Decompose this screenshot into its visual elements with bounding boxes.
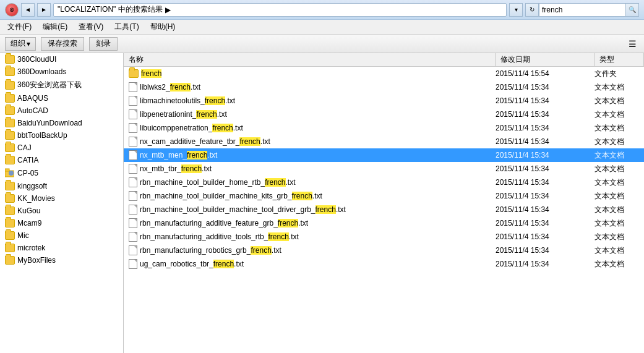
menu-help[interactable]: 帮助(H)	[145, 20, 181, 33]
file-row[interactable]: rbn_manufacturing_robotics_grb_french.tx…	[124, 244, 644, 257]
search-button[interactable]: 🔍	[625, 3, 639, 17]
nav-forward-button[interactable]: ►	[37, 3, 51, 17]
search-input[interactable]	[539, 3, 625, 17]
file-type: 文本文档	[595, 82, 644, 93]
file-type: 文本文档	[595, 205, 644, 215]
file-list: french2015/11/4 15:54文件夹liblwks2_french.…	[124, 67, 644, 353]
refresh-button[interactable]: ↻	[525, 3, 539, 17]
menu-edit[interactable]: 编辑(E)	[38, 20, 72, 33]
file-row[interactable]: ug_cam_robotics_tbr_french.txt2015/11/4 …	[124, 257, 644, 271]
sidebar-item-label: BaiduYunDownload	[17, 119, 82, 127]
txt-file-icon	[129, 164, 137, 174]
special-folder-icon	[5, 168, 15, 178]
sidebar-item[interactable]: BaiduYunDownload	[0, 117, 123, 129]
file-row[interactable]: rbn_manufacturing_additive_tools_rtb_fre…	[124, 230, 644, 244]
breadcrumb-arrow: ▶	[165, 6, 171, 14]
file-row[interactable]: liblwks2_french.txt2015/11/4 15:34文本文档	[124, 80, 644, 94]
sidebar-item[interactable]: MyBoxFiles	[0, 254, 123, 266]
file-type: 文本文档	[595, 245, 644, 256]
menu-bar: 文件(F) 编辑(E) 查看(V) 工具(T) 帮助(H)	[0, 20, 644, 35]
file-date: 2015/11/4 15:34	[496, 205, 595, 214]
menu-view[interactable]: 查看(V)	[74, 20, 108, 33]
dropdown-button[interactable]: ▾	[509, 3, 523, 17]
sidebar-item[interactable]: KK_Movies	[0, 192, 123, 205]
file-row[interactable]: rbn_machine_tool_builder_machine_tool_dr…	[124, 203, 644, 216]
txt-file-icon	[129, 109, 137, 119]
highlight-text: french	[196, 110, 217, 119]
organize-label: 组织	[11, 38, 25, 49]
file-row[interactable]: nx_cam_additive_feature_tbr_french.txt20…	[124, 135, 644, 148]
file-date: 2015/11/4 15:34	[496, 96, 595, 105]
title-bar-left: ⊗ ◄ ► "LOCALIZATION" 中的搜索结果 ▶ ▾ ↻	[5, 3, 539, 17]
window-control-button[interactable]: ⊗	[5, 3, 19, 17]
file-row[interactable]: libpenetrationint_french.txt2015/11/4 15…	[124, 108, 644, 121]
svg-point-2	[9, 171, 14, 176]
file-type: 文本文档	[595, 109, 644, 120]
file-row[interactable]: libmachinetoolutils_french.txt2015/11/4 …	[124, 94, 644, 108]
file-date: 2015/11/4 15:34	[496, 178, 595, 187]
sidebar-item-label: microtek	[17, 244, 45, 252]
highlight-text: french	[181, 164, 202, 173]
file-type: 文本文档	[595, 137, 644, 147]
txt-file-icon	[129, 218, 137, 228]
highlight-text: french	[268, 232, 288, 241]
sidebar-item[interactable]: Mcam9	[0, 217, 123, 229]
col-header-type[interactable]: 类型	[595, 53, 644, 66]
organize-button[interactable]: 组织 ▾	[5, 37, 36, 51]
file-type: 文本文档	[595, 150, 644, 161]
file-type: 文本文档	[595, 164, 644, 174]
file-name: libmachinetoolutils_french.txt	[140, 96, 496, 105]
sidebar-item[interactable]: KuGou	[0, 205, 123, 217]
svg-rect-1	[5, 169, 9, 171]
file-name: rbn_manufacturing_additive_tools_rtb_fre…	[140, 232, 496, 241]
breadcrumb: "LOCALIZATION" 中的搜索结果 ▶	[53, 3, 507, 17]
file-name: rbn_machine_tool_builder_machine_kits_gr…	[140, 192, 496, 200]
sidebar-item-label: 360CloudUI	[17, 55, 56, 64]
folder-icon	[5, 119, 15, 127]
sidebar-item[interactable]: ABAQUS	[0, 92, 123, 104]
menu-tools[interactable]: 工具(T)	[109, 20, 144, 33]
views-button[interactable]: ☰	[625, 37, 639, 51]
file-row[interactable]: french2015/11/4 15:54文件夹	[124, 67, 644, 80]
file-type: 文本文档	[595, 191, 644, 202]
file-pane: 名称 修改日期 类型 french2015/11/4 15:54文件夹liblw…	[124, 53, 644, 353]
folder-icon	[5, 182, 15, 190]
sidebar-item-label: MyBoxFiles	[17, 256, 56, 265]
burn-button[interactable]: 刻录	[89, 37, 118, 51]
txt-file-icon	[129, 177, 137, 187]
file-row[interactable]: rbn_machine_tool_builder_home_rtb_french…	[124, 176, 644, 189]
sidebar-item-label: CATIA	[17, 156, 38, 164]
txt-file-icon	[129, 123, 137, 133]
col-header-name[interactable]: 名称	[124, 53, 496, 66]
save-search-button[interactable]: 保存搜索	[41, 37, 84, 51]
file-row[interactable]: rbn_machine_tool_builder_machine_kits_gr…	[124, 189, 644, 203]
folder-icon	[5, 194, 15, 203]
sidebar-item[interactable]: 360CloudUI	[0, 53, 123, 66]
col-header-date[interactable]: 修改日期	[496, 53, 595, 66]
file-type: 文本文档	[595, 232, 644, 242]
sidebar-item[interactable]: 360安全浏览器下载	[0, 78, 123, 92]
organize-chevron: ▾	[27, 40, 30, 48]
menu-file[interactable]: 文件(F)	[2, 20, 36, 33]
sidebar-item-label: 360安全浏览器下载	[17, 80, 82, 90]
file-row[interactable]: nx_mtb_men_french.txt2015/11/4 15:34文本文档	[124, 148, 644, 162]
file-name: french	[141, 69, 496, 78]
sidebar-item[interactable]: CP-05	[0, 166, 123, 180]
file-row[interactable]: nx_mtb_tbr_french.txt2015/11/4 15:34文本文档	[124, 162, 644, 176]
file-type: 文本文档	[595, 96, 644, 106]
sidebar-item[interactable]: 360Downloads	[0, 66, 123, 78]
highlight-text: french	[212, 124, 233, 132]
sidebar-item[interactable]: bbtToolBackUp	[0, 129, 123, 142]
sidebar-item[interactable]: CAJ	[0, 142, 123, 154]
file-name: rbn_manufacturing_additive_feature_grb_f…	[140, 219, 496, 228]
sidebar-item[interactable]: CATIA	[0, 154, 123, 166]
file-row[interactable]: libuicomppenetration_french.txt2015/11/4…	[124, 121, 644, 135]
sidebar-item[interactable]: microtek	[0, 242, 123, 254]
file-name: rbn_machine_tool_builder_machine_tool_dr…	[140, 205, 496, 214]
sidebar-item[interactable]: AutoCAD	[0, 104, 123, 117]
sidebar-item[interactable]: kinggsoft	[0, 180, 123, 192]
sidebar-item[interactable]: Mic	[0, 229, 123, 242]
file-row[interactable]: rbn_manufacturing_additive_feature_grb_f…	[124, 216, 644, 230]
nav-back-button[interactable]: ◄	[21, 3, 35, 17]
file-name: liblwks2_french.txt	[140, 83, 496, 91]
